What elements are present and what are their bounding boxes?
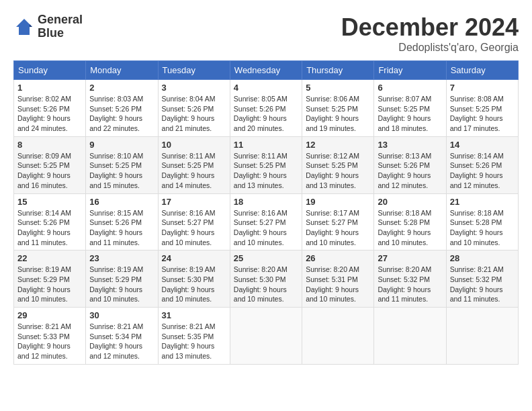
day-info: Sunrise: 8:16 AM Sunset: 5:27 PM Dayligh… xyxy=(234,208,298,248)
calendar-cell: 29 Sunrise: 8:21 AM Sunset: 5:33 PM Dayl… xyxy=(14,308,86,365)
calendar-cell: 18 Sunrise: 8:16 AM Sunset: 5:27 PM Dayl… xyxy=(230,193,302,250)
day-number: 19 xyxy=(306,197,370,207)
weekday-header-saturday: Saturday xyxy=(446,61,518,80)
day-info: Sunrise: 8:20 AM Sunset: 5:31 PM Dayligh… xyxy=(306,265,370,304)
day-info: Sunrise: 8:13 AM Sunset: 5:26 PM Dayligh… xyxy=(378,151,442,191)
calendar-cell: 12 Sunrise: 8:12 AM Sunset: 5:25 PM Dayl… xyxy=(302,136,374,193)
calendar-cell: 26 Sunrise: 8:20 AM Sunset: 5:31 PM Dayl… xyxy=(302,250,374,308)
calendar-cell: 27 Sunrise: 8:20 AM Sunset: 5:32 PM Dayl… xyxy=(374,250,446,308)
day-number: 13 xyxy=(378,140,442,150)
calendar-week-row: 8 Sunrise: 8:09 AM Sunset: 5:25 PM Dayli… xyxy=(14,136,519,193)
calendar-cell xyxy=(230,308,302,365)
calendar-week-row: 1 Sunrise: 8:02 AM Sunset: 5:26 PM Dayli… xyxy=(14,80,519,137)
page-header: General Blue December 2024 Dedoplists'q'… xyxy=(13,13,519,54)
calendar-cell: 16 Sunrise: 8:15 AM Sunset: 5:26 PM Dayl… xyxy=(86,193,158,250)
day-number: 11 xyxy=(234,140,298,150)
calendar-cell: 28 Sunrise: 8:21 AM Sunset: 5:32 PM Dayl… xyxy=(446,250,518,308)
weekday-header-monday: Monday xyxy=(86,61,158,80)
day-number: 23 xyxy=(89,253,154,263)
day-info: Sunrise: 8:21 AM Sunset: 5:33 PM Dayligh… xyxy=(17,322,82,361)
calendar-cell xyxy=(302,308,374,365)
day-number: 26 xyxy=(306,253,370,263)
calendar-cell: 6 Sunrise: 8:07 AM Sunset: 5:25 PM Dayli… xyxy=(374,80,446,137)
weekday-header-sunday: Sunday xyxy=(14,61,86,80)
day-info: Sunrise: 8:11 AM Sunset: 5:25 PM Dayligh… xyxy=(162,151,226,191)
day-number: 8 xyxy=(17,140,82,150)
calendar-cell: 17 Sunrise: 8:16 AM Sunset: 5:27 PM Dayl… xyxy=(158,193,230,250)
day-info: Sunrise: 8:18 AM Sunset: 5:28 PM Dayligh… xyxy=(378,208,442,248)
day-number: 30 xyxy=(89,310,154,320)
calendar-week-row: 22 Sunrise: 8:19 AM Sunset: 5:29 PM Dayl… xyxy=(14,250,519,308)
calendar-cell: 31 Sunrise: 8:21 AM Sunset: 5:35 PM Dayl… xyxy=(158,308,230,365)
calendar-cell xyxy=(374,308,446,365)
location-title: Dedoplists'q'aro, Georgia xyxy=(341,42,519,54)
day-info: Sunrise: 8:03 AM Sunset: 5:26 PM Dayligh… xyxy=(89,94,154,134)
day-info: Sunrise: 8:12 AM Sunset: 5:25 PM Dayligh… xyxy=(306,151,370,191)
day-info: Sunrise: 8:15 AM Sunset: 5:26 PM Dayligh… xyxy=(89,208,154,248)
calendar-cell: 2 Sunrise: 8:03 AM Sunset: 5:26 PM Dayli… xyxy=(86,80,158,137)
day-number: 17 xyxy=(162,197,226,207)
calendar-cell: 11 Sunrise: 8:11 AM Sunset: 5:25 PM Dayl… xyxy=(230,136,302,193)
day-number: 25 xyxy=(234,253,298,263)
day-number: 28 xyxy=(450,253,515,263)
day-number: 18 xyxy=(234,197,298,207)
day-info: Sunrise: 8:09 AM Sunset: 5:25 PM Dayligh… xyxy=(17,151,82,191)
day-info: Sunrise: 8:19 AM Sunset: 5:29 PM Dayligh… xyxy=(89,265,154,304)
calendar-cell: 8 Sunrise: 8:09 AM Sunset: 5:25 PM Dayli… xyxy=(14,136,86,193)
day-number: 2 xyxy=(89,83,154,93)
title-block: December 2024 Dedoplists'q'aro, Georgia xyxy=(341,13,519,54)
day-info: Sunrise: 8:11 AM Sunset: 5:25 PM Dayligh… xyxy=(234,151,298,191)
calendar-week-row: 15 Sunrise: 8:14 AM Sunset: 5:26 PM Dayl… xyxy=(14,193,519,250)
calendar-cell: 7 Sunrise: 8:08 AM Sunset: 5:25 PM Dayli… xyxy=(446,80,518,137)
day-info: Sunrise: 8:19 AM Sunset: 5:29 PM Dayligh… xyxy=(17,265,82,304)
weekday-header-row: SundayMondayTuesdayWednesdayThursdayFrid… xyxy=(14,61,519,80)
day-info: Sunrise: 8:19 AM Sunset: 5:30 PM Dayligh… xyxy=(162,265,226,304)
calendar-cell: 5 Sunrise: 8:06 AM Sunset: 5:25 PM Dayli… xyxy=(302,80,374,137)
calendar-week-row: 29 Sunrise: 8:21 AM Sunset: 5:33 PM Dayl… xyxy=(14,308,519,365)
day-info: Sunrise: 8:16 AM Sunset: 5:27 PM Dayligh… xyxy=(162,208,226,248)
day-number: 3 xyxy=(162,83,226,93)
day-info: Sunrise: 8:14 AM Sunset: 5:26 PM Dayligh… xyxy=(17,208,82,248)
day-number: 14 xyxy=(450,140,515,150)
day-info: Sunrise: 8:04 AM Sunset: 5:26 PM Dayligh… xyxy=(162,94,226,134)
logo-text: General Blue xyxy=(38,13,83,40)
calendar-cell: 15 Sunrise: 8:14 AM Sunset: 5:26 PM Dayl… xyxy=(14,193,86,250)
calendar-cell: 10 Sunrise: 8:11 AM Sunset: 5:25 PM Dayl… xyxy=(158,136,230,193)
day-number: 20 xyxy=(378,197,442,207)
calendar-cell: 23 Sunrise: 8:19 AM Sunset: 5:29 PM Dayl… xyxy=(86,250,158,308)
calendar-cell: 4 Sunrise: 8:05 AM Sunset: 5:26 PM Dayli… xyxy=(230,80,302,137)
day-info: Sunrise: 8:20 AM Sunset: 5:32 PM Dayligh… xyxy=(378,265,442,304)
weekday-header-friday: Friday xyxy=(374,61,446,80)
day-info: Sunrise: 8:21 AM Sunset: 5:35 PM Dayligh… xyxy=(162,322,226,361)
calendar-table: SundayMondayTuesdayWednesdayThursdayFrid… xyxy=(13,60,519,365)
day-number: 10 xyxy=(162,140,226,150)
calendar-cell: 24 Sunrise: 8:19 AM Sunset: 5:30 PM Dayl… xyxy=(158,250,230,308)
day-number: 31 xyxy=(162,310,226,320)
day-info: Sunrise: 8:08 AM Sunset: 5:25 PM Dayligh… xyxy=(450,94,515,134)
day-number: 21 xyxy=(450,197,515,207)
weekday-header-tuesday: Tuesday xyxy=(158,61,230,80)
calendar-cell: 9 Sunrise: 8:10 AM Sunset: 5:25 PM Dayli… xyxy=(86,136,158,193)
day-info: Sunrise: 8:18 AM Sunset: 5:28 PM Dayligh… xyxy=(450,208,515,248)
day-number: 22 xyxy=(17,253,82,263)
day-number: 12 xyxy=(306,140,370,150)
day-info: Sunrise: 8:02 AM Sunset: 5:26 PM Dayligh… xyxy=(17,94,82,134)
day-info: Sunrise: 8:21 AM Sunset: 5:32 PM Dayligh… xyxy=(450,265,515,304)
day-number: 1 xyxy=(17,83,82,93)
day-number: 7 xyxy=(450,83,515,93)
month-title: December 2024 xyxy=(341,13,519,42)
calendar-cell: 19 Sunrise: 8:17 AM Sunset: 5:27 PM Dayl… xyxy=(302,193,374,250)
calendar-cell: 1 Sunrise: 8:02 AM Sunset: 5:26 PM Dayli… xyxy=(14,80,86,137)
calendar-cell: 30 Sunrise: 8:21 AM Sunset: 5:34 PM Dayl… xyxy=(86,308,158,365)
day-number: 15 xyxy=(17,197,82,207)
day-info: Sunrise: 8:06 AM Sunset: 5:25 PM Dayligh… xyxy=(306,94,370,134)
calendar-cell: 25 Sunrise: 8:20 AM Sunset: 5:30 PM Dayl… xyxy=(230,250,302,308)
weekday-header-wednesday: Wednesday xyxy=(230,61,302,80)
day-number: 24 xyxy=(162,253,226,263)
day-info: Sunrise: 8:17 AM Sunset: 5:27 PM Dayligh… xyxy=(306,208,370,248)
day-info: Sunrise: 8:14 AM Sunset: 5:26 PM Dayligh… xyxy=(450,151,515,191)
calendar-cell: 3 Sunrise: 8:04 AM Sunset: 5:26 PM Dayli… xyxy=(158,80,230,137)
logo-icon xyxy=(13,16,35,38)
day-number: 5 xyxy=(306,83,370,93)
day-number: 6 xyxy=(378,83,442,93)
